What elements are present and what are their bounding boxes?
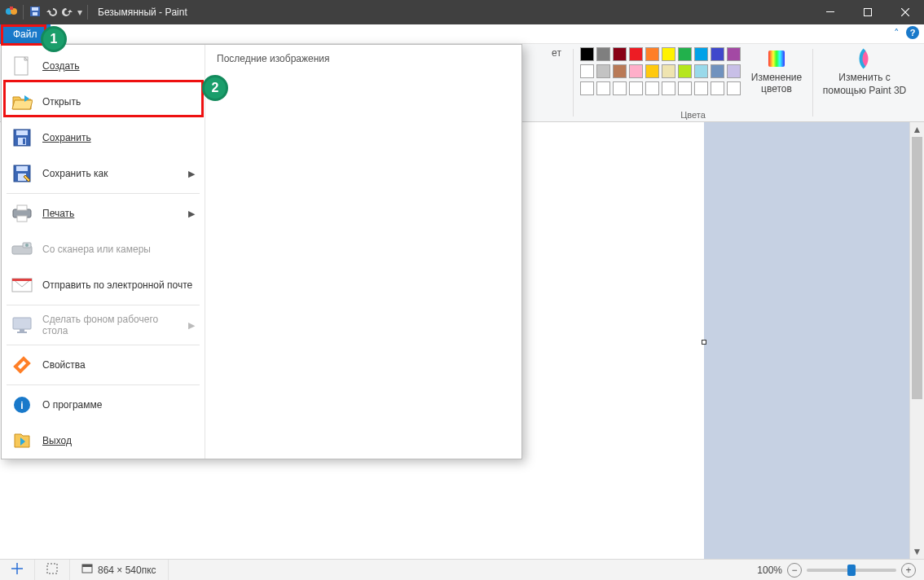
color-swatch[interactable] (711, 81, 724, 95)
menu-item-exit[interactable]: Выход (2, 423, 205, 459)
color-swatch[interactable] (645, 81, 659, 95)
save-as-icon (11, 163, 33, 184)
svg-point-25 (25, 244, 29, 247)
exit-icon (11, 430, 33, 451)
menu-item-new[interactable]: Создать (2, 48, 205, 84)
qat-customize-icon[interactable]: ▾ (77, 7, 82, 18)
svg-rect-6 (826, 11, 834, 12)
paint3d-label-1: Изменить с (838, 72, 890, 83)
color-swatch[interactable] (596, 47, 610, 61)
about-icon: i (11, 394, 33, 415)
collapse-ribbon-icon[interactable]: ˄ (894, 27, 900, 39)
color-swatch[interactable] (580, 81, 594, 95)
zoom-slider-thumb[interactable] (847, 565, 856, 576)
recent-files-header: Последние изображения (217, 53, 510, 64)
color-swatch[interactable] (629, 47, 643, 61)
svg-rect-4 (32, 7, 38, 11)
vertical-scrollbar[interactable]: ▲ ▼ (909, 122, 924, 559)
ribbon-tab-strip: Файл ˄ ? (0, 24, 924, 44)
menu-item-save-label: Сохранить (42, 132, 195, 143)
help-icon[interactable]: ? (906, 26, 919, 39)
color-swatch[interactable] (727, 64, 741, 78)
color-swatch[interactable] (629, 64, 643, 78)
file-tab[interactable]: Файл (0, 24, 51, 44)
properties-icon (11, 354, 33, 376)
minimize-button[interactable] (812, 0, 849, 24)
qat-undo-icon[interactable] (45, 5, 58, 20)
svg-rect-22 (17, 216, 27, 222)
menu-item-saveas-label: Сохранить как (42, 168, 178, 179)
menu-item-about[interactable]: i О программе (2, 387, 205, 423)
color-swatch[interactable] (662, 64, 675, 78)
print-icon (11, 203, 33, 224)
zoom-in-button[interactable]: + (901, 563, 916, 578)
color-swatch[interactable] (596, 64, 610, 78)
color-swatch[interactable] (678, 47, 692, 61)
maximize-button[interactable] (849, 0, 887, 24)
color-swatch[interactable] (727, 47, 741, 61)
ribbon-stub-label: ет (552, 47, 561, 59)
menu-item-save[interactable]: Сохранить (2, 120, 205, 156)
open-folder-icon (11, 91, 33, 112)
menu-item-saveas[interactable]: Сохранить как ▶ (2, 156, 205, 191)
cursor-position-cell (0, 560, 35, 580)
color-swatch[interactable] (580, 64, 594, 78)
svg-rect-21 (17, 205, 27, 210)
zoom-controls: 100% − + (749, 563, 924, 578)
paint3d-label-2: помощью Paint 3D (823, 85, 907, 96)
qat-redo-icon[interactable] (61, 5, 74, 20)
color-swatch[interactable] (613, 81, 627, 95)
color-swatch[interactable] (694, 81, 708, 95)
submenu-arrow-icon: ▶ (188, 169, 195, 179)
title-bar: ▾ Безымянный - Paint (0, 0, 924, 24)
color-swatch[interactable] (662, 81, 675, 95)
resize-handle-right[interactable] (702, 340, 706, 345)
menu-item-email[interactable]: Отправить по электронной почте (2, 267, 205, 303)
color-swatch[interactable] (613, 47, 627, 61)
edit-colors-button[interactable]: Изменение цветов (747, 47, 806, 94)
colors-group-caption: Цвета (680, 108, 706, 120)
file-menu-items: Создать Открыть Сохранить Сохранить как … (2, 45, 205, 459)
menu-item-properties[interactable]: Свойства (2, 347, 205, 383)
color-swatch[interactable] (678, 81, 692, 95)
email-icon (11, 275, 33, 296)
svg-rect-5 (33, 12, 37, 15)
color-swatch[interactable] (678, 64, 692, 78)
selection-size-cell (35, 560, 70, 580)
color-swatch[interactable] (727, 81, 741, 95)
zoom-out-button[interactable]: − (787, 563, 802, 578)
color-swatch[interactable] (645, 64, 659, 78)
recent-files-panel: Последние изображения (205, 45, 521, 459)
scroll-up-icon[interactable]: ▲ (911, 122, 924, 137)
color-swatch[interactable] (596, 81, 610, 95)
paint-app-icon (5, 5, 18, 20)
window-title: Безымянный - Paint (90, 7, 812, 18)
menu-item-wallpaper-label: Сделать фоном рабочего стола (42, 314, 178, 336)
submenu-arrow-icon: ▶ (188, 209, 195, 219)
zoom-slider[interactable] (807, 569, 896, 572)
svg-rect-18 (16, 166, 28, 171)
color-swatch[interactable] (645, 47, 659, 61)
color-swatch[interactable] (711, 47, 724, 61)
color-swatch[interactable] (694, 64, 708, 78)
scrollbar-thumb[interactable] (912, 137, 922, 399)
menu-item-exit-label: Выход (42, 435, 195, 446)
svg-rect-29 (20, 329, 24, 332)
scroll-down-icon[interactable]: ▼ (911, 544, 924, 559)
svg-text:i: i (20, 400, 23, 411)
quick-access-toolbar: ▾ (0, 5, 90, 20)
menu-item-print[interactable]: Печать ▶ (2, 196, 205, 231)
status-bar: 864 × 540пкс 100% − + (0, 559, 924, 580)
svg-rect-14 (16, 130, 28, 135)
color-swatch[interactable] (580, 47, 594, 61)
menu-item-wallpaper: Сделать фоном рабочего стола ▶ (2, 307, 205, 343)
color-swatch[interactable] (694, 47, 708, 61)
paint3d-button[interactable]: Изменить с помощью Paint 3D (820, 47, 909, 96)
color-swatch[interactable] (711, 64, 724, 78)
menu-item-open[interactable]: Открыть (2, 84, 205, 120)
color-swatch[interactable] (629, 81, 643, 95)
close-button[interactable] (887, 0, 924, 24)
color-swatch[interactable] (662, 47, 675, 61)
color-swatch[interactable] (613, 64, 627, 78)
qat-save-icon[interactable] (29, 5, 42, 20)
